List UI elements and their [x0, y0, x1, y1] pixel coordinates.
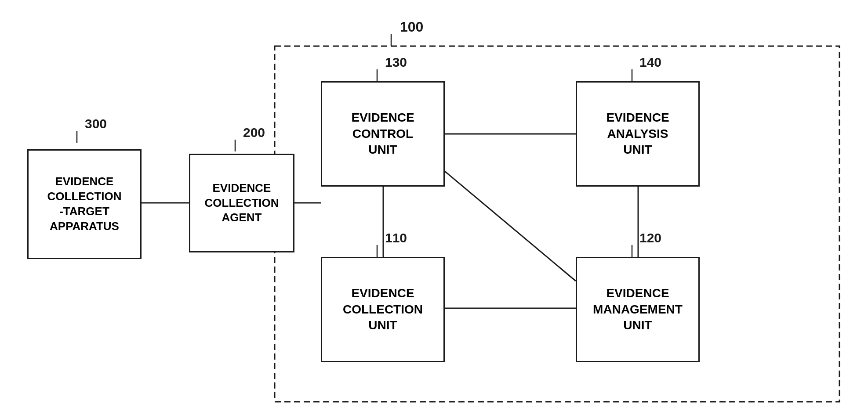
evidence-collection-unit-box: EVIDENCECOLLECTIONUNIT [321, 257, 445, 362]
label-140: 140 [639, 55, 661, 69]
label-200: 200 [243, 125, 265, 140]
label-110: 110 [385, 231, 407, 245]
evidence-collection-target-label: EVIDENCECOLLECTION-TARGETAPPARATUS [47, 174, 122, 234]
evidence-control-unit-box: EVIDENCECONTROLUNIT [321, 81, 445, 187]
label-120: 120 [639, 231, 661, 245]
diagram-container: 100 130 140 110 120 300 200 [0, 0, 868, 418]
evidence-management-unit-box: EVIDENCEMANAGEMENTUNIT [576, 257, 700, 362]
evidence-collection-unit-label: EVIDENCECOLLECTIONUNIT [343, 285, 423, 333]
evidence-analysis-unit-label: EVIDENCEANALYSISUNIT [606, 110, 669, 158]
label-100: 100 [400, 19, 423, 35]
evidence-control-unit-label: EVIDENCECONTROLUNIT [351, 110, 414, 158]
label-300: 300 [85, 116, 107, 131]
line-control-to-management-diagonal [445, 171, 576, 281]
evidence-analysis-unit-box: EVIDENCEANALYSISUNIT [576, 81, 700, 187]
evidence-collection-agent-box: EVIDENCECOLLECTIONAGENT [189, 154, 294, 252]
label-130: 130 [385, 55, 407, 69]
evidence-collection-target-box: EVIDENCECOLLECTION-TARGETAPPARATUS [27, 149, 142, 259]
evidence-collection-agent-label: EVIDENCECOLLECTIONAGENT [205, 181, 279, 225]
evidence-management-unit-label: EVIDENCEMANAGEMENTUNIT [593, 285, 683, 333]
